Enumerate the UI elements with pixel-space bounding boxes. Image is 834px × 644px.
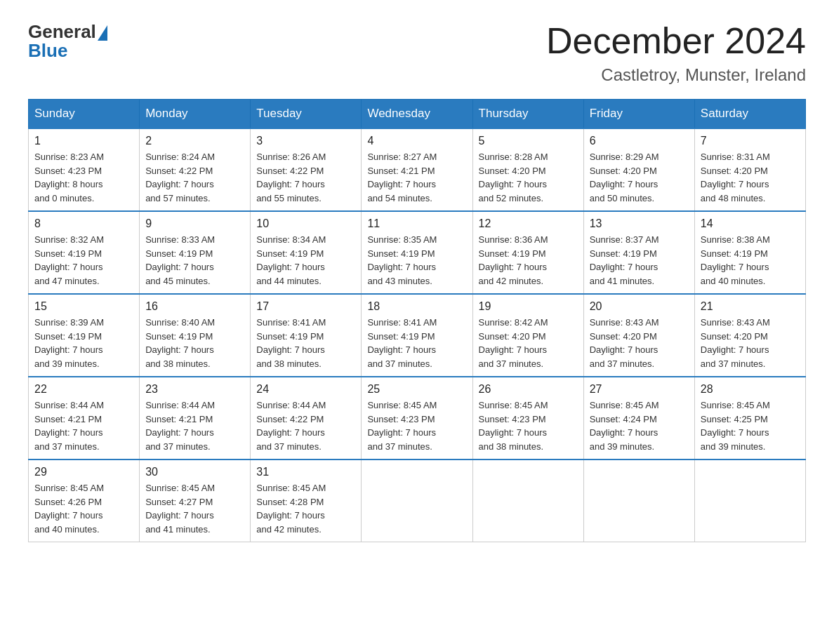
day-number: 7	[701, 135, 800, 147]
day-info: Sunrise: 8:44 AM Sunset: 4:22 PM Dayligh…	[256, 398, 355, 453]
day-info: Sunrise: 8:45 AM Sunset: 4:24 PM Dayligh…	[590, 398, 689, 453]
day-number: 9	[145, 217, 244, 230]
calendar-table: SundayMondayTuesdayWednesdayThursdayFrid…	[28, 99, 806, 542]
day-info: Sunrise: 8:43 AM Sunset: 4:20 PM Dayligh…	[590, 316, 689, 370]
calendar-cell: 30 Sunrise: 8:45 AM Sunset: 4:27 PM Dayl…	[140, 459, 251, 542]
day-number: 21	[701, 300, 800, 313]
day-number: 15	[34, 300, 133, 313]
day-info: Sunrise: 8:45 AM Sunset: 4:27 PM Dayligh…	[145, 481, 244, 536]
day-info: Sunrise: 8:34 AM Sunset: 4:19 PM Dayligh…	[256, 233, 355, 288]
calendar-cell: 20 Sunrise: 8:43 AM Sunset: 4:20 PM Dayl…	[583, 294, 694, 377]
day-info: Sunrise: 8:35 AM Sunset: 4:19 PM Dayligh…	[367, 233, 466, 288]
calendar-cell: 24 Sunrise: 8:44 AM Sunset: 4:22 PM Dayl…	[251, 377, 362, 459]
calendar-cell: 21 Sunrise: 8:43 AM Sunset: 4:20 PM Dayl…	[694, 294, 805, 377]
day-number: 2	[145, 135, 244, 147]
day-info: Sunrise: 8:29 AM Sunset: 4:20 PM Dayligh…	[590, 150, 689, 205]
day-number: 11	[367, 217, 466, 230]
day-number: 1	[34, 135, 133, 147]
calendar-cell: 11 Sunrise: 8:35 AM Sunset: 4:19 PM Dayl…	[362, 211, 472, 294]
calendar-cell: 18 Sunrise: 8:41 AM Sunset: 4:19 PM Dayl…	[362, 294, 472, 377]
calendar-cell: 15 Sunrise: 8:39 AM Sunset: 4:19 PM Dayl…	[29, 294, 140, 377]
day-number: 8	[34, 217, 133, 230]
day-info: Sunrise: 8:40 AM Sunset: 4:19 PM Dayligh…	[145, 316, 244, 370]
day-number: 29	[34, 466, 133, 478]
day-number: 31	[256, 466, 355, 478]
calendar-cell: 16 Sunrise: 8:40 AM Sunset: 4:19 PM Dayl…	[140, 294, 251, 377]
calendar-cell: 5 Sunrise: 8:28 AM Sunset: 4:20 PM Dayli…	[472, 128, 583, 211]
month-title: December 2024	[546, 21, 806, 61]
calendar-cell: 12 Sunrise: 8:36 AM Sunset: 4:19 PM Dayl…	[472, 211, 583, 294]
day-number: 27	[590, 383, 689, 396]
calendar-header-saturday: Saturday	[694, 100, 805, 129]
calendar-cell: 26 Sunrise: 8:45 AM Sunset: 4:23 PM Dayl…	[472, 377, 583, 459]
calendar-header-sunday: Sunday	[29, 100, 140, 129]
day-number: 24	[256, 383, 355, 396]
day-number: 4	[367, 135, 466, 147]
day-info: Sunrise: 8:36 AM Sunset: 4:19 PM Dayligh…	[479, 233, 578, 288]
calendar-week-row: 22 Sunrise: 8:44 AM Sunset: 4:21 PM Dayl…	[29, 377, 806, 459]
day-info: Sunrise: 8:45 AM Sunset: 4:25 PM Dayligh…	[701, 398, 800, 453]
calendar-cell: 1 Sunrise: 8:23 AM Sunset: 4:23 PM Dayli…	[29, 128, 140, 211]
day-number: 17	[256, 300, 355, 313]
calendar-cell: 13 Sunrise: 8:37 AM Sunset: 4:19 PM Dayl…	[583, 211, 694, 294]
day-number: 13	[590, 217, 689, 230]
calendar-header-monday: Monday	[140, 100, 251, 129]
day-info: Sunrise: 8:45 AM Sunset: 4:28 PM Dayligh…	[256, 481, 355, 536]
calendar-cell	[583, 459, 694, 542]
calendar-cell: 7 Sunrise: 8:31 AM Sunset: 4:20 PM Dayli…	[694, 128, 805, 211]
day-info: Sunrise: 8:38 AM Sunset: 4:19 PM Dayligh…	[701, 233, 800, 288]
day-number: 19	[479, 300, 578, 313]
day-number: 16	[145, 300, 244, 313]
day-number: 14	[701, 217, 800, 230]
calendar-cell: 10 Sunrise: 8:34 AM Sunset: 4:19 PM Dayl…	[251, 211, 362, 294]
calendar-cell: 22 Sunrise: 8:44 AM Sunset: 4:21 PM Dayl…	[29, 377, 140, 459]
day-number: 30	[145, 466, 244, 478]
calendar-cell: 6 Sunrise: 8:29 AM Sunset: 4:20 PM Dayli…	[583, 128, 694, 211]
day-info: Sunrise: 8:33 AM Sunset: 4:19 PM Dayligh…	[145, 233, 244, 288]
calendar-header-wednesday: Wednesday	[362, 100, 472, 129]
day-number: 23	[145, 383, 244, 396]
calendar-week-row: 15 Sunrise: 8:39 AM Sunset: 4:19 PM Dayl…	[29, 294, 806, 377]
day-info: Sunrise: 8:27 AM Sunset: 4:21 PM Dayligh…	[367, 150, 466, 205]
day-info: Sunrise: 8:39 AM Sunset: 4:19 PM Dayligh…	[34, 316, 133, 370]
day-number: 12	[479, 217, 578, 230]
day-number: 10	[256, 217, 355, 230]
day-number: 28	[701, 383, 800, 396]
calendar-cell: 29 Sunrise: 8:45 AM Sunset: 4:26 PM Dayl…	[29, 459, 140, 542]
calendar-cell: 28 Sunrise: 8:45 AM Sunset: 4:25 PM Dayl…	[694, 377, 805, 459]
calendar-week-row: 8 Sunrise: 8:32 AM Sunset: 4:19 PM Dayli…	[29, 211, 806, 294]
day-info: Sunrise: 8:42 AM Sunset: 4:20 PM Dayligh…	[479, 316, 578, 370]
day-info: Sunrise: 8:44 AM Sunset: 4:21 PM Dayligh…	[145, 398, 244, 453]
day-info: Sunrise: 8:24 AM Sunset: 4:22 PM Dayligh…	[145, 150, 244, 205]
day-info: Sunrise: 8:31 AM Sunset: 4:20 PM Dayligh…	[701, 150, 800, 205]
day-info: Sunrise: 8:41 AM Sunset: 4:19 PM Dayligh…	[367, 316, 466, 370]
day-number: 22	[34, 383, 133, 396]
calendar-cell	[362, 459, 472, 542]
day-number: 3	[256, 135, 355, 147]
day-info: Sunrise: 8:41 AM Sunset: 4:19 PM Dayligh…	[256, 316, 355, 370]
page-header: General Blue December 2024 Castletroy, M…	[28, 21, 806, 85]
day-info: Sunrise: 8:32 AM Sunset: 4:19 PM Dayligh…	[34, 233, 133, 288]
calendar-cell: 27 Sunrise: 8:45 AM Sunset: 4:24 PM Dayl…	[583, 377, 694, 459]
calendar-week-row: 1 Sunrise: 8:23 AM Sunset: 4:23 PM Dayli…	[29, 128, 806, 211]
day-number: 20	[590, 300, 689, 313]
logo-blue-text: Blue	[28, 40, 67, 62]
day-info: Sunrise: 8:45 AM Sunset: 4:26 PM Dayligh…	[34, 481, 133, 536]
logo-triangle-icon	[98, 25, 107, 41]
calendar-cell	[472, 459, 583, 542]
calendar-cell: 17 Sunrise: 8:41 AM Sunset: 4:19 PM Dayl…	[251, 294, 362, 377]
calendar-cell: 25 Sunrise: 8:45 AM Sunset: 4:23 PM Dayl…	[362, 377, 472, 459]
calendar-cell: 23 Sunrise: 8:44 AM Sunset: 4:21 PM Dayl…	[140, 377, 251, 459]
day-info: Sunrise: 8:23 AM Sunset: 4:23 PM Dayligh…	[34, 150, 133, 205]
day-info: Sunrise: 8:44 AM Sunset: 4:21 PM Dayligh…	[34, 398, 133, 453]
calendar-header-friday: Friday	[583, 100, 694, 129]
calendar-cell: 14 Sunrise: 8:38 AM Sunset: 4:19 PM Dayl…	[694, 211, 805, 294]
day-number: 25	[367, 383, 466, 396]
day-number: 18	[367, 300, 466, 313]
location-title: Castletroy, Munster, Ireland	[546, 65, 806, 85]
calendar-header-row: SundayMondayTuesdayWednesdayThursdayFrid…	[29, 100, 806, 129]
day-info: Sunrise: 8:26 AM Sunset: 4:22 PM Dayligh…	[256, 150, 355, 205]
logo: General Blue	[28, 21, 107, 62]
calendar-week-row: 29 Sunrise: 8:45 AM Sunset: 4:26 PM Dayl…	[29, 459, 806, 542]
day-info: Sunrise: 8:37 AM Sunset: 4:19 PM Dayligh…	[590, 233, 689, 288]
